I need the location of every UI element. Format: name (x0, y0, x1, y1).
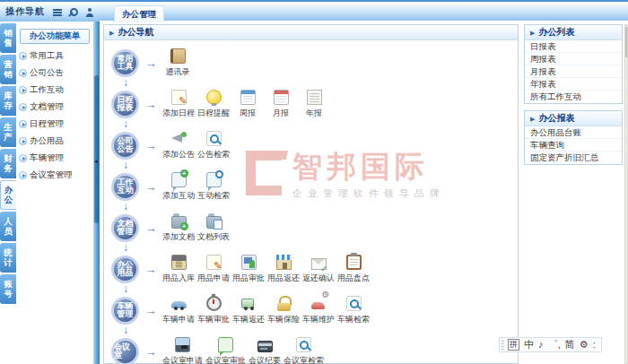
menu-list-icon[interactable] (53, 9, 62, 16)
menu-item-office-supplies[interactable]: 办公用品 (16, 133, 93, 150)
ime-glyph[interactable]: : (593, 338, 596, 351)
flow-arrow-down-icon (123, 282, 128, 295)
ime-glyph[interactable]: ⚙ (580, 338, 589, 351)
ime-glyph[interactable]: ♪ (538, 338, 544, 351)
ime-glyph[interactable]: 简 (565, 338, 575, 351)
collapse-arrow-icon[interactable] (93, 159, 99, 164)
side-tab-statistics[interactable]: 统计 (0, 243, 16, 273)
flow-category-circle[interactable]: 常用工具 (111, 49, 139, 77)
flow-item[interactable]: 车辆返还 (232, 296, 265, 325)
flow-item[interactable]: 互动检索 (197, 172, 230, 202)
sidebar-scrollbar-thumb[interactable] (94, 75, 99, 223)
side-tab-personnel[interactable]: 人员 (0, 212, 16, 241)
flow-item[interactable]: 会议室审批 (205, 337, 246, 364)
menu-item-common-tools[interactable]: 常用工具 (16, 48, 93, 65)
flow-category-circle[interactable]: 车辆管理 (111, 297, 139, 325)
ime-toolbar[interactable]: 拼中♪゜,简⚙: (499, 337, 602, 352)
flow-item[interactable]: 公告检索 (197, 131, 230, 160)
flow-items: 添加互动互动检索 (162, 172, 230, 202)
office-function-menu-button[interactable]: 办公功能菜单 (20, 29, 90, 44)
right-scrollbar[interactable] (624, 24, 628, 364)
flow-item[interactable]: 文档列表 (197, 213, 230, 243)
ime-glyph[interactable]: ゜, (548, 338, 561, 351)
side-tab-finance[interactable]: 财务 (0, 149, 16, 178)
flow-item[interactable]: 车辆申请 (162, 296, 195, 325)
flow-item[interactable]: 添加文档 (162, 213, 195, 243)
flow-category-circle[interactable]: 文档管理 (111, 214, 139, 242)
menu-item-schedule-management[interactable]: 日程管理 (16, 116, 93, 133)
side-tab-label: 统计 (4, 248, 13, 267)
side-tab-sales[interactable]: 销售 (0, 23, 16, 53)
side-tab-production[interactable]: 生产 (0, 117, 16, 147)
sidebar-splitter[interactable] (93, 22, 100, 364)
ime-glyph[interactable]: 中 (524, 338, 534, 351)
arrow-bullet-icon (19, 86, 27, 94)
nav-header-icons (53, 8, 94, 17)
flow-item[interactable]: 添加公告 (162, 131, 195, 160)
menu-item-company-announcements[interactable]: 公司公告 (16, 65, 93, 82)
app-window: 操作导航 销售营销库存生产财务办公人员统计账号 办公功能菜单 常用工具公司公告工… (0, 0, 628, 364)
menu-item-meeting-room-management[interactable]: 会议室管理 (16, 167, 93, 184)
flow-item[interactable]: 年报 (299, 90, 329, 119)
side-tab-office[interactable]: 办公 (0, 180, 16, 210)
flow-category-circle[interactable]: 日程报表 (111, 91, 139, 118)
flow-item-label: 添加日程 (162, 108, 195, 119)
flow-category-circle[interactable]: 公司公告 (111, 132, 139, 160)
flow-item[interactable]: 添加日程 (162, 90, 195, 119)
circle-label: 管理 (118, 310, 134, 319)
side-tab-account[interactable]: 账号 (0, 274, 16, 304)
flow-item[interactable]: 日程提醒 (197, 90, 230, 119)
flow-item[interactable]: 会议纪要 (249, 339, 281, 364)
stopwatch-icon (206, 296, 222, 311)
flow-category-circle[interactable]: 会议室 (111, 338, 139, 364)
menu-item-document-management[interactable]: 文档管理 (16, 99, 93, 116)
right-list-item[interactable]: 所有工作互动 (525, 91, 622, 103)
side-tab-stock[interactable]: 库存 (0, 86, 16, 116)
photo-icon (175, 337, 190, 352)
right-list-item[interactable]: 年报表 (525, 78, 622, 91)
flow-item[interactable]: 车辆保险 (267, 296, 300, 325)
flow-item[interactable]: 用品盘点 (337, 255, 370, 284)
menu-item-work-interaction[interactable]: 工作互动 (16, 82, 93, 99)
flow-category-circle[interactable]: 办公用品 (111, 256, 139, 283)
office-flow-diagram: 常用工具通讯录日程报表添加日程日程提醒周报月报年报公司公告添加公告公告检索工作互… (104, 41, 518, 363)
bulb-icon (206, 90, 222, 105)
flow-item[interactable]: 用品入库 (162, 255, 195, 284)
tab-office-management[interactable]: 办公管理 (114, 5, 164, 22)
flow-item[interactable]: 用品申请 (197, 255, 230, 284)
flow-arrow-right-icon (139, 304, 162, 317)
flow-item[interactable]: 用品返还 (267, 255, 300, 284)
right-list-item[interactable]: 周报表 (525, 53, 622, 65)
flow-item[interactable]: 周报 (232, 90, 263, 119)
ime-glyph[interactable]: 拼 (508, 339, 519, 351)
flow-item[interactable]: 车辆维护 (302, 296, 335, 325)
right-list-item[interactable]: 月报表 (525, 65, 622, 78)
flow-items: 会议室申请会议室审批会议纪要会议室检索 (162, 337, 324, 364)
right-list-item[interactable]: 车辆查询 (525, 139, 622, 152)
flow-item[interactable]: 通讯录 (162, 48, 193, 78)
flow-item[interactable]: 月报 (266, 90, 296, 119)
flow-item[interactable]: 车辆审批 (197, 296, 230, 325)
side-tab-marketing[interactable]: 营销 (0, 55, 16, 84)
right-scrollbar-thumb[interactable] (625, 27, 627, 57)
flow-item[interactable]: 添加互动 (162, 172, 195, 202)
right-list-item[interactable]: 办公用品台账 (525, 126, 622, 139)
flow-item[interactable]: 车辆检索 (337, 296, 370, 325)
pin-icon[interactable] (69, 8, 78, 17)
menu-item-vehicle-management[interactable]: 车辆管理 (16, 150, 93, 167)
office-menu-panel: 办公功能菜单 常用工具公司公告工作互动文档管理日程管理办公用品车辆管理会议室管理 (16, 23, 93, 364)
flow-item[interactable]: 会议室申请 (162, 337, 203, 364)
right-list-item[interactable]: 固定资产折旧汇总 (525, 152, 622, 164)
flow-item[interactable]: 返还确认 (302, 256, 335, 284)
right-list-item[interactable]: 日报表 (525, 40, 622, 53)
menu-item-label: 办公用品 (30, 135, 64, 147)
flow-item[interactable]: 用品审批 (232, 255, 265, 284)
right-section-header: 办公报表 (525, 111, 622, 126)
flow-item[interactable]: 会议室检索 (283, 337, 324, 364)
search-icon (346, 296, 362, 311)
user-icon[interactable] (85, 8, 94, 17)
flow-item-label: 公告检索 (197, 149, 230, 160)
right-section-title: 办公报表 (538, 112, 574, 125)
flow-row: 常用工具通讯录 (111, 42, 518, 83)
flow-category-circle[interactable]: 工作互动 (111, 173, 139, 201)
